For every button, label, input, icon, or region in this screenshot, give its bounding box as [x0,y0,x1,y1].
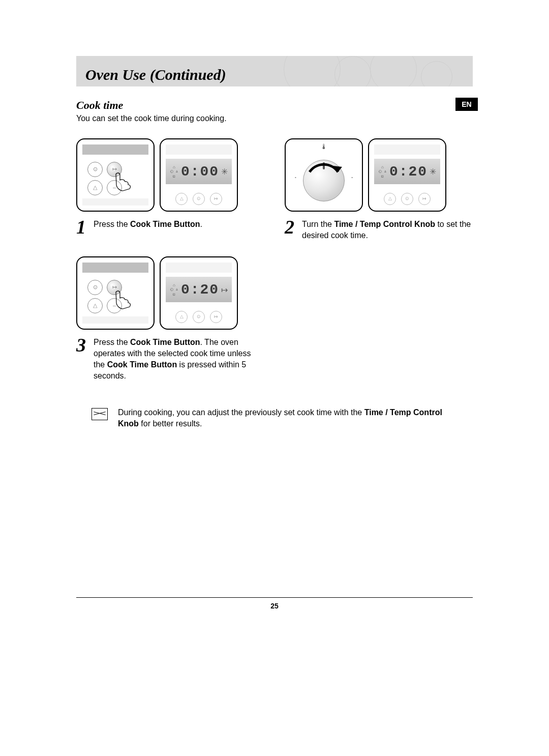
panel-top-strip [82,263,148,273]
step-3: ⊙ ↦ △ – ⌂ ⏲ △ ⊡ 0:20 ↦ [76,256,264,382]
step-illustration: 🌡 • • ⌂ ⏲ △ ⊡ 0:20 ✳ [285,138,473,212]
mini-button-icon: ↦ [210,193,222,205]
note-text-part: During cooking, you can adjust the previ… [118,408,364,417]
note-text-part: for better results. [139,419,202,428]
header-decoration [370,56,417,86]
control-knob-panel: 🌡 • • [285,138,363,212]
note-envelope-icon [92,408,108,420]
mini-button-icon: ⊙ [193,311,205,323]
display-time-value: 0:20 [181,282,219,298]
mini-button-icon: ⊙ [193,193,205,205]
display-top-strip [166,263,232,273]
display-mode-icons: ⌂ ⏲ △ ⊡ [378,165,387,179]
knob-dot: • [295,175,296,180]
header-decoration [284,56,341,86]
round-button-icon: ⊙ [87,162,103,177]
step-caption: 1 Press the Cook Time Button. [76,219,264,235]
display-top-strip [374,144,440,155]
panel-bottom-strip [82,316,148,324]
pointing-hand-icon [113,289,133,309]
display-readout: ⌂ ⏲ △ ⊡ 0:20 ✳ [374,159,440,184]
control-buttons-panel: ⊙ ↦ △ – [76,256,155,330]
steps-grid: ⊙ ↦ △ – ⌂ ⏲ △ ⊡ 0:00 ✳ [76,138,473,382]
caption-bold: Cook Time Button [130,338,200,346]
pointing-hand-icon [113,171,133,191]
caption-bold: Cook Time Button [130,220,200,228]
language-badge: EN [455,98,478,111]
step-number: 1 [76,219,88,235]
display-mode-icons: ⌂ ⏲ △ ⊡ [170,283,179,297]
caption-bold: Cook Time Button [107,360,177,369]
display-time-value: 0:20 [389,164,428,180]
thermometer-icon: 🌡 [320,142,327,151]
header-decoration [421,61,452,86]
panel-top-strip [82,144,148,155]
caption-text: Press the [94,220,130,228]
caption-text: Press the [94,338,130,346]
display-time-value: 0:00 [181,164,219,180]
display-bottom-buttons: △ ⊙ ↦ [166,192,232,206]
section-title: Oven Use (Continued) [85,66,226,83]
display-panel: ⌂ ⏲ △ ⊡ 0:20 ✳ △ ⊙ ↦ [368,138,446,212]
step-text: Press the Cook Time Button. The oven ope… [94,337,264,382]
display-top-strip [166,144,232,155]
round-button-icon: △ [87,180,103,195]
caption-bold: Time / Temp Control Knob [334,220,435,228]
display-panel: ⌂ ⏲ △ ⊡ 0:00 ✳ △ ⊙ ↦ [160,138,238,212]
display-panel: ⌂ ⏲ △ ⊡ 0:20 ↦ △ ⊙ ↦ [160,256,238,330]
display-readout: ⌂ ⏲ △ ⊡ 0:20 ↦ [166,277,232,302]
intro-text: You can set the cook time during cooking… [76,114,473,123]
display-mode-icons: ⌂ ⏲ △ ⊡ [170,165,179,179]
mini-button-icon: △ [175,311,188,323]
step-text: Press the Cook Time Button. [94,219,202,235]
display-bottom-buttons: △ ⊙ ↦ [374,192,440,206]
caption-text: . [200,220,202,228]
note-block: During cooking, you can adjust the previ… [76,407,473,429]
manual-page: Oven Use (Continued) EN Cook time You ca… [76,56,473,610]
step-text: Turn the Time / Temp Control Knob to set… [302,219,473,241]
round-button-icon: ⊙ [87,280,103,295]
knob-dot: • [351,175,353,180]
mini-button-icon: ⊙ [401,193,413,205]
footer-rule [76,597,473,598]
round-button-icon: △ [87,298,103,313]
note-text: During cooking, you can adjust the previ… [118,407,458,429]
step-illustration: ⊙ ↦ △ – ⌂ ⏲ △ ⊡ 0:00 ✳ [76,138,264,212]
flash-icon: ✳ [221,167,228,177]
step-number: 3 [76,337,88,382]
step-caption: 3 Press the Cook Time Button. The oven o… [76,337,264,382]
page-number: 25 [76,602,473,610]
panel-bottom-strip [82,198,148,206]
step-1: ⊙ ↦ △ – ⌂ ⏲ △ ⊡ 0:00 ✳ [76,138,264,241]
caption-text: Turn the [302,220,334,228]
mini-button-icon: △ [175,193,188,205]
step-illustration: ⊙ ↦ △ – ⌂ ⏲ △ ⊡ 0:20 ↦ [76,256,264,330]
flash-icon: ↦ [221,285,228,295]
mini-button-icon: ↦ [418,193,431,205]
section-header-band: Oven Use (Continued) [76,56,473,86]
rotate-arrow-icon [299,152,348,200]
empty-cell [285,256,473,382]
step-2: 🌡 • • ⌂ ⏲ △ ⊡ 0:20 ✳ [285,138,473,241]
control-buttons-panel: ⊙ ↦ △ – [76,138,155,212]
mini-button-icon: △ [384,193,396,205]
step-caption: 2 Turn the Time / Temp Control Knob to s… [285,219,473,241]
display-bottom-buttons: △ ⊙ ↦ [166,310,232,324]
step-number: 2 [285,219,297,241]
flash-icon: ✳ [430,167,436,177]
mini-button-icon: ↦ [210,311,222,323]
subsection-heading: Cook time [76,99,473,112]
display-readout: ⌂ ⏲ △ ⊡ 0:00 ✳ [166,159,232,184]
header-decoration [334,56,371,86]
